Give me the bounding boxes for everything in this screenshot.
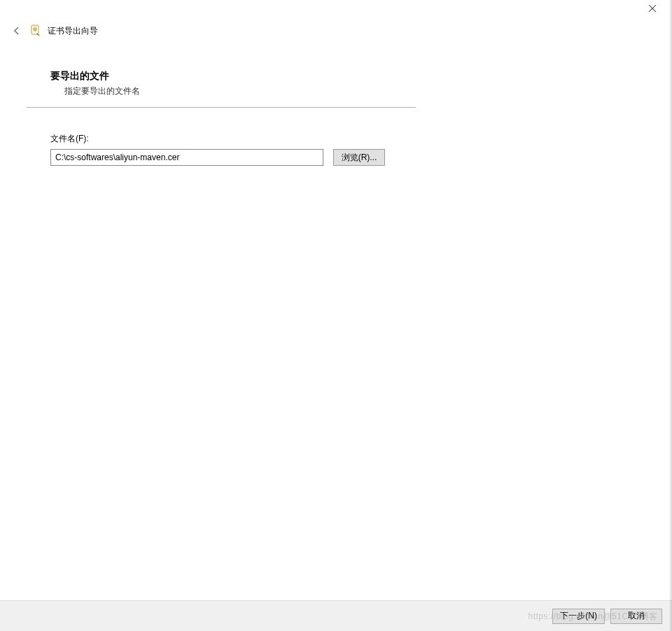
footer: 下一步(N) 取消 (0, 600, 672, 631)
wizard-header: 证书导出向导 (0, 20, 672, 42)
close-icon (649, 5, 656, 12)
filename-label: 文件名(F): (50, 133, 388, 145)
right-edge-shadow (669, 0, 672, 631)
wizard-title: 证书导出向导 (48, 25, 98, 37)
next-button[interactable]: 下一步(N) (552, 609, 605, 624)
cancel-button[interactable]: 取消 (610, 609, 662, 624)
close-button[interactable] (638, 1, 666, 15)
titlebar (0, 0, 672, 20)
svg-point-3 (34, 28, 37, 31)
section-title: 要导出的文件 (50, 70, 388, 83)
content-area: 要导出的文件 指定要导出的文件名 文件名(F): 浏览(R)... (0, 42, 416, 166)
back-button[interactable] (10, 24, 24, 38)
certificate-icon (29, 24, 42, 37)
arrow-left-icon (11, 25, 22, 36)
file-row: 浏览(R)... (50, 149, 388, 166)
section-subtitle: 指定要导出的文件名 (64, 85, 388, 97)
divider (27, 107, 416, 108)
filename-input[interactable] (50, 149, 323, 166)
browse-button[interactable]: 浏览(R)... (333, 149, 385, 166)
